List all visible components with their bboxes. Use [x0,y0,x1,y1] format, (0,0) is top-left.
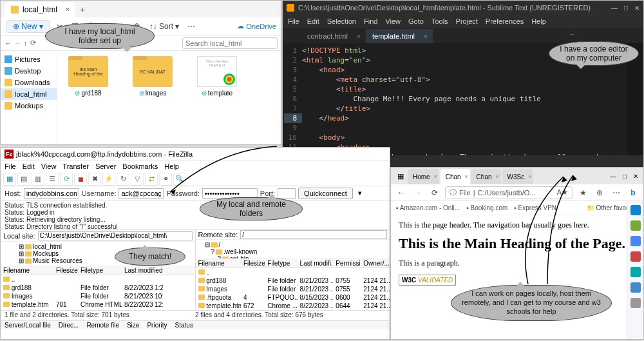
browser-tab[interactable]: W3Sc [502,169,534,184]
menu-item[interactable]: File [288,17,299,25]
browser-tab[interactable]: Chan [440,169,470,184]
quickconnect-button[interactable]: Quickconnect [298,188,353,199]
menu-icon[interactable]: ⋯ [610,186,623,199]
refresh-icon[interactable]: ⟳ [428,186,441,199]
sidebar-outlook-icon[interactable] [630,282,641,293]
url-input[interactable]: ⓘ File | C:/Users/justb/O... A★ [445,186,573,199]
quickconnect-dropdown-icon[interactable]: ▾ [355,189,365,197]
sidebar-games-icon[interactable] [630,251,641,262]
refresh-icon[interactable]: ⟳ [30,39,36,47]
extensions-icon[interactable]: ⊕ [593,186,606,199]
list-item[interactable]: ImagesFile folder8/21/2023 10:51... [1,292,195,300]
refresh-icon[interactable]: ⟳ [60,173,73,186]
menu-item[interactable]: File [5,162,16,170]
list-item[interactable]: grd188File folder8/22/2023 1:21... [1,284,195,292]
toggle-log-icon[interactable]: ▤ [17,173,30,186]
browser-tab[interactable]: Home [408,169,439,184]
favorites-icon[interactable]: ★ [576,186,589,199]
close-icon[interactable]: ✕ [634,5,639,12]
sidebar-more-icon[interactable] [630,298,641,308]
explorer-tab[interactable]: local_html [5,2,75,17]
nav-back-icon[interactable]: ← [5,39,12,47]
menu-item[interactable]: Edit [23,162,35,170]
tab-actions-icon[interactable]: ▦ [393,172,408,180]
menu-item[interactable]: Bookmarks [122,162,158,170]
more-icon[interactable]: ⋯ [185,21,197,32]
list-item[interactable]: .. [196,268,390,277]
sidebar-m365-icon[interactable] [630,267,641,277]
local-list-header[interactable]: FilenameFilesizeFiletypeLast modified [1,266,195,275]
remote-file-list[interactable]: .. grd188File folder8/21/2023 ...0755212… [196,268,390,310]
minimize-icon[interactable]: — [611,5,618,12]
explorer-new-tab[interactable]: + [75,2,90,17]
back-icon[interactable]: ← [395,186,408,199]
search-input[interactable] [182,37,278,49]
bookmark-item[interactable]: ▪ Express VPN [514,204,556,211]
editor-tab[interactable]: template.html [366,29,433,43]
sidebar-search-icon[interactable] [630,205,641,215]
sidebar-shopping-icon[interactable] [630,220,641,231]
filter-icon[interactable]: ▽ [131,173,144,186]
sidebar-item[interactable]: local_html [1,88,57,100]
host-input[interactable] [24,188,79,199]
nav-fwd-icon[interactable]: → [14,39,21,47]
minimize-icon[interactable]: — [610,173,616,180]
sort-button[interactable]: ↑↓ Sort ▾ [147,22,182,31]
menu-item[interactable]: Transfer [62,162,89,170]
sidebar-item[interactable]: Desktop [1,65,57,77]
list-item[interactable]: .. [1,275,195,284]
w3c-badge[interactable]: W3C VALIDATED [399,275,456,286]
bookmark-item[interactable]: ▪ Amazon.com - Onli... [396,204,460,211]
maximize-icon[interactable]: □ [624,5,628,12]
menu-item[interactable]: Help [164,162,179,170]
toggle-queue-icon[interactable]: ☰ [46,173,59,186]
browser-tab[interactable]: Chan [471,169,501,184]
site-manager-icon[interactable]: ▦ [3,173,16,186]
menu-item[interactable]: View [41,162,57,170]
menu-item[interactable]: Preferences [486,17,524,25]
disconnect-icon[interactable]: ⚡ [102,173,115,186]
sync-icon[interactable]: ⚭ [159,173,172,186]
menu-item[interactable]: Goto [408,17,424,25]
list-item[interactable]: ImagesFile folder8/21/2023 ...07552124 2… [196,285,390,293]
port-input[interactable] [278,188,296,199]
remote-site-input[interactable] [240,230,387,239]
explorer-content[interactable]: the Main Heading of the⊘grd188RC VALIDAT… [57,51,281,144]
forward-icon[interactable]: → [412,186,424,199]
folder-item[interactable]: the Main Heading of the⊘grd188 [65,56,111,97]
menu-item[interactable]: View [385,17,401,25]
sidebar-item[interactable]: Pictures [1,54,57,65]
reconnect-icon[interactable]: ↻ [117,173,129,186]
editor-tab[interactable]: contract.html [301,29,366,43]
copilot-icon[interactable]: b [627,186,639,199]
list-item[interactable]: template.htm701Chrome HTML...8/22/2023 1… [1,300,195,309]
sidebar-item[interactable]: Mockups [1,100,57,112]
maximize-icon[interactable]: □ [623,173,627,180]
onedrive-status[interactable]: ☁ OneDrive [237,22,276,30]
list-item[interactable]: grd188File folder8/21/2023 ...07552124 2… [196,277,390,285]
menu-item[interactable]: Selection [327,17,356,25]
local-file-list[interactable]: .. grd188File folder8/22/2023 1:21... Im… [1,275,195,309]
cancel-icon[interactable]: ✖ [88,173,101,186]
process-queue-icon[interactable]: ⏹ [74,173,87,186]
list-item[interactable]: .ftpquota4FTPQUO...8/15/2023 ...06002124… [196,293,390,302]
close-icon[interactable]: ✕ [633,173,638,180]
menu-item[interactable]: Server [95,162,116,170]
username-input[interactable] [118,188,164,199]
menu-item[interactable]: Tools [431,17,448,25]
nav-up-icon[interactable]: ↑ [24,39,28,47]
new-button[interactable]: ⊕ New ▾ [6,20,50,33]
search-icon[interactable]: 🔍 [173,173,186,186]
bookmark-item[interactable]: ▪ Booking.com [466,204,507,211]
menu-item[interactable]: Project [456,17,478,25]
sidebar-tools-icon[interactable] [630,236,641,246]
remote-tree[interactable]: ⊟ /? .well-known? cgi-bin [196,240,390,259]
menu-item[interactable]: Find [364,17,377,25]
local-site-input[interactable] [38,231,193,240]
queue-header[interactable]: Server/Local fileDirec...Remote fileSize… [1,320,390,329]
toggle-tree-icon[interactable]: ▥ [32,173,44,186]
compare-icon[interactable]: ⇄ [145,173,158,186]
log-pane[interactable]: Status: TLS connection established.Statu… [1,200,390,230]
folder-item[interactable]: RC VALIDAT⊘Images [129,56,176,97]
menu-item[interactable]: Help [531,17,546,25]
